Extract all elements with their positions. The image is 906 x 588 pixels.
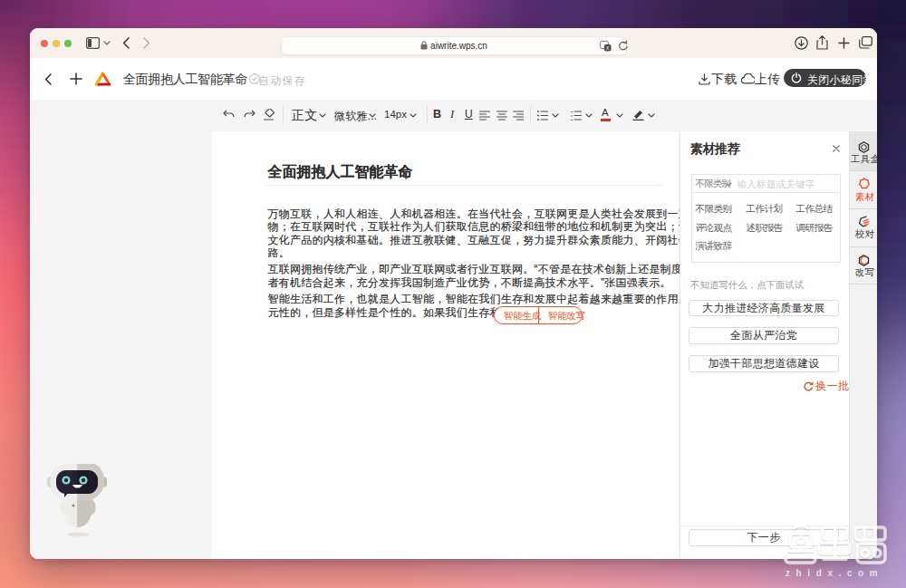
svg-text:zhidx.com: zhidx.com [786,568,883,578]
